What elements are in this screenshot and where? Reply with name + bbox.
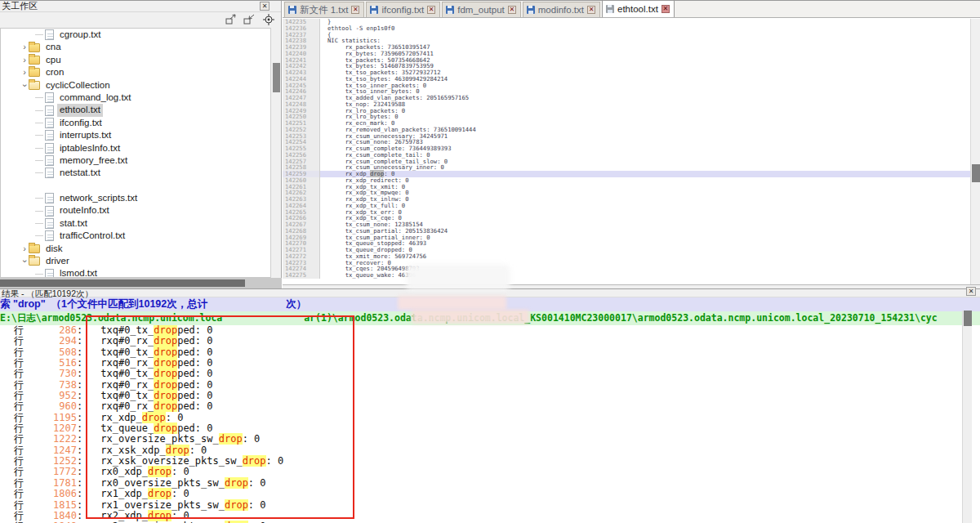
tab-label: ifconfig.txt [381, 5, 424, 15]
tree-item-label: disk [43, 243, 65, 255]
tree-horizontal-scrollbar[interactable] [0, 278, 282, 288]
chevron-collapsed-icon[interactable]: › [20, 41, 29, 53]
results-vertical-scrollbar[interactable] [962, 311, 972, 523]
folder-icon [29, 43, 40, 52]
file-icon [45, 218, 54, 229]
tab-close-icon[interactable]: ✕ [351, 6, 359, 14]
tree-item-label: command_log.txt [57, 92, 134, 104]
tab-close-icon[interactable]: ✕ [427, 6, 435, 14]
tree-item-cpu[interactable]: ›cpu [1, 54, 271, 66]
tree-item-label: lsmod.txt [57, 267, 100, 278]
tab-fdm-output[interactable]: fdm_output✕ [442, 2, 521, 17]
row-line-number: 1247 [26, 445, 77, 456]
row-line-number: 952 [26, 391, 77, 401]
row-line-label: 行 [14, 423, 26, 434]
locate-file-icon[interactable] [263, 14, 276, 25]
tab-label: ethtool.txt [617, 4, 658, 14]
row-line-number: 286 [26, 325, 77, 336]
file-icon [45, 143, 54, 154]
folder-icon [29, 56, 40, 65]
tree-item-network-scripts-txt[interactable]: network_scripts.txt [1, 192, 271, 204]
editor-area: 新文件 1.txt✕ifconfig.txt✕fdm_output✕modinf… [283, 1, 980, 288]
tab--1-txt[interactable]: 新文件 1.txt✕ [284, 2, 364, 17]
row-colon: : [77, 467, 82, 477]
row-line-label: 行 [14, 358, 26, 369]
tree-item-label: iptablesInfo.txt [57, 142, 122, 154]
row-colon: : [77, 347, 82, 358]
tree-item-ethtool-txt[interactable]: ethtool.txt [1, 104, 271, 116]
workspace-toolbar [0, 12, 281, 27]
tree-item-cyclicCollection[interactable]: ›cyclicCollection [1, 79, 271, 92]
search-summary-suffix: 次） [286, 298, 306, 310]
tree-item-ifconfig-txt[interactable]: ifconfig.txt [1, 117, 271, 129]
row-line-number: 1772 [26, 467, 77, 477]
tree-hscroll-thumb[interactable] [0, 279, 245, 287]
tree-item-label: cna [43, 41, 64, 53]
line-number: 142275 [283, 272, 320, 279]
tree-connector-line [35, 123, 43, 123]
tree-item-cna[interactable]: ›cna [1, 41, 271, 53]
editor-content[interactable]: 142235}142236ethtool -S enp1s0f0142237{1… [283, 19, 970, 284]
file-icon [45, 168, 54, 178]
tab-ethtool-txt[interactable]: ethtool.txt✕ [602, 0, 675, 17]
row-line-label: 行 [14, 500, 26, 511]
chevron-collapsed-icon[interactable]: › [20, 66, 29, 78]
save-icon [527, 6, 535, 14]
line-text: ethtool -S enp1s0f0 [320, 25, 394, 32]
tab-modinfo-txt[interactable]: modinfo.txt✕ [523, 2, 600, 17]
tree-item-label: ethtool.txt [57, 104, 103, 116]
results-vscroll-thumb[interactable] [964, 311, 972, 326]
tree-item-label: cron [43, 66, 66, 78]
workspace-panel: 关工作区 ✕ cgroup.txt›cna›cpu›cron›cyclicCol… [0, 1, 282, 288]
results-close-icon[interactable]: ✕ [966, 287, 976, 296]
tree-item-trafficControl-txt[interactable]: trafficControl.txt [1, 230, 271, 242]
tree-item-routeInfo-txt[interactable]: routeInfo.txt [1, 204, 271, 217]
line-text: tx_queue_wake: 46396 [320, 272, 416, 279]
tab-close-icon[interactable]: ✕ [662, 5, 670, 13]
save-icon [370, 6, 378, 14]
tree-item-lsmod-txt[interactable]: lsmod.txt [1, 267, 271, 278]
row-line-number: 1252 [26, 456, 77, 467]
dock-panel-icon[interactable] [243, 14, 256, 25]
float-panel-icon[interactable] [225, 14, 238, 25]
tree-item-command-log-txt[interactable]: command_log.txt [1, 92, 271, 104]
folder-icon [29, 68, 40, 77]
row-line-number: 1806 [26, 489, 77, 499]
row-colon: : [77, 336, 82, 346]
tree-item-driver[interactable]: ›driver [1, 255, 271, 267]
chevron-collapsed-icon[interactable]: › [20, 243, 29, 255]
redaction-blur-path [412, 310, 529, 324]
editor-vertical-scrollbar[interactable] [970, 19, 980, 284]
tree-item-memory-free-txt[interactable]: memory_free.txt [1, 154, 271, 167]
editor-vscroll-thumb[interactable] [972, 164, 980, 182]
tab-ifconfig-txt[interactable]: ifconfig.txt✕ [366, 2, 440, 17]
row-line-number: 1781 [26, 478, 77, 489]
row-line-number: 1815 [26, 500, 77, 511]
row-line-number: 1195 [26, 413, 77, 423]
workspace-title: 关工作区 [2, 1, 38, 11]
tree-item-cron[interactable]: ›cron [1, 66, 271, 78]
tab-close-icon[interactable]: ✕ [587, 6, 595, 14]
workspace-close-icon[interactable]: ✕ [260, 2, 270, 11]
tree-vertical-scrollbar[interactable] [270, 28, 281, 278]
tree-item-label: driver [43, 255, 72, 267]
tree-item-interrupts-txt[interactable]: interrupts.txt [1, 129, 271, 141]
tree-item-netstat-txt[interactable]: netstat.txt [1, 167, 271, 179]
tree-item-stat-txt[interactable]: stat.txt [1, 217, 271, 230]
tree-item-iptablesInfo-txt[interactable]: iptablesInfo.txt [1, 142, 271, 154]
tree-connector-line [35, 97, 43, 98]
tab-close-icon[interactable]: ✕ [508, 6, 516, 14]
tree-connector-line [35, 148, 43, 149]
tree-connector-line [35, 135, 43, 136]
red-annotation-box [86, 315, 354, 519]
row-line-label: 行 [14, 391, 26, 401]
tree-item-cgroup-txt[interactable]: cgroup.txt [1, 29, 271, 41]
tree-connector-line [35, 211, 43, 212]
tree-vscroll-thumb[interactable] [273, 63, 280, 92]
tree-item-label: stat.txt [57, 217, 90, 230]
folder-icon [29, 81, 40, 90]
row-colon: : [77, 489, 82, 499]
chevron-collapsed-icon[interactable]: › [20, 54, 29, 66]
row-colon: : [77, 478, 82, 489]
tree-item-disk[interactable]: ›disk [1, 243, 271, 255]
